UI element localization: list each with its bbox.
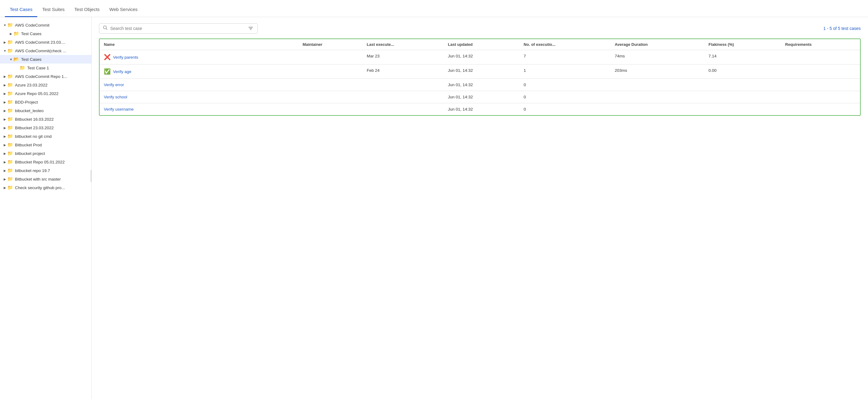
cell-flakiness-1: 0.00 [704, 64, 781, 79]
sidebar-item-test-cases-main[interactable]: 📂Test Cases [0, 55, 91, 64]
cell-no_of_executions-1: 1 [520, 64, 611, 79]
sidebar-label-test-cases-main: Test Cases [21, 57, 41, 62]
sidebar-item-aws-codecommit-2303[interactable]: 📁AWS CodeCommit 23.03.... [0, 38, 91, 47]
tab-test-objects[interactable]: Test Objects [70, 7, 105, 17]
folder-icon-aws-test-cases: 📁 [13, 31, 19, 36]
folder-icon-bibucket-leoleo: 📁 [7, 108, 13, 113]
folder-icon-bitbucket-project: 📁 [7, 151, 13, 156]
search-input-wrap [99, 23, 258, 34]
table-header: NameMaintainerLast execute...Last update… [99, 39, 860, 50]
status-fail-icon: ❌ [104, 54, 111, 61]
sidebar-label-aws-codecommit-repo1: AWS CodeCommit Repo 1... [15, 74, 67, 79]
cell-maintainer-2 [299, 79, 363, 91]
cell-name-1: ✅Verify age [99, 64, 299, 79]
sidebar-item-bitbucket-repo-197[interactable]: 📁bitbucket repo 19.7 [0, 166, 91, 175]
cell-flakiness-2 [704, 79, 781, 91]
sidebar-label-bitbucket-no-git: bitbucket no git cmd [15, 134, 52, 139]
content-area: 1 - 5 of 5 test cases NameMaintainerLast… [92, 17, 868, 399]
cell-last_updated-2: Jun 01, 14:32 [443, 79, 519, 91]
sidebar-item-check-security-github[interactable]: 📁Check security github pro... [0, 183, 91, 192]
sidebar-item-bitbucket-src-master[interactable]: 📁Bitbucket with src master [0, 175, 91, 183]
top-nav: Test CasesTest SuitesTest ObjectsWeb Ser… [0, 0, 868, 17]
test-case-link-0[interactable]: Verify parents [113, 55, 138, 60]
folder-icon-aws-codecommit: 📁 [7, 22, 13, 28]
cell-average_duration-1: 203ms [611, 64, 704, 79]
folder-icon-test-cases-main: 📂 [13, 57, 19, 62]
cell-no_of_executions-3: 0 [520, 91, 611, 103]
tree-arrow-aws-codecommit-check [2, 49, 7, 53]
folder-icon-bitbucket-repo-197: 📁 [7, 168, 13, 173]
test-cases-table-container: NameMaintainerLast execute...Last update… [99, 38, 861, 116]
tab-test-suites[interactable]: Test Suites [37, 7, 69, 17]
search-input[interactable] [110, 26, 244, 31]
cell-no_of_executions-0: 7 [520, 50, 611, 64]
sidebar-item-bitbucket-repo-0501[interactable]: 📁Bitbucket Repo 05.01.2022 [0, 158, 91, 166]
cell-last_updated-3: Jun 01, 14:32 [443, 91, 519, 103]
tree-arrow-check-security-github [2, 186, 7, 189]
cell-average_duration-2 [611, 79, 704, 91]
sidebar-label-azure-2303: Azure 23.03.2022 [15, 83, 48, 87]
col-header-name: Name [99, 39, 299, 50]
sidebar-item-aws-codecommit-repo1[interactable]: 📁AWS CodeCommit Repo 1... [0, 72, 91, 81]
sidebar-label-bitbucket-prod: Bitbucket Prod [15, 143, 42, 147]
folder-icon-bitbucket-no-git: 📁 [7, 133, 13, 139]
sidebar-item-bitbucket-no-git[interactable]: 📁bitbucket no git cmd [0, 132, 91, 141]
sidebar-item-aws-codecommit[interactable]: 📁AWS CodeCommit [0, 21, 91, 29]
folder-icon-azure-2303: 📁 [7, 82, 13, 88]
col-header-requirements: Requirements [781, 39, 860, 50]
folder-icon-aws-codecommit-check: 📁 [7, 48, 13, 54]
tree-arrow-bitbucket-1603 [2, 118, 7, 121]
table-row: Verify errorJun 01, 14:320 [99, 79, 860, 91]
cell-flakiness-4 [704, 103, 781, 116]
svg-line-1 [106, 29, 107, 30]
tab-web-services[interactable]: Web Services [104, 7, 142, 17]
sidebar-label-aws-codecommit-2303: AWS CodeCommit 23.03.... [15, 40, 65, 44]
main-layout: 📁AWS CodeCommit📁Test Cases📁AWS CodeCommi… [0, 17, 868, 399]
test-case-link-2[interactable]: Verify error [104, 83, 124, 87]
sidebar-item-bitbucket-prod[interactable]: 📁Bitbucket Prod [0, 141, 91, 149]
sidebar-item-azure-2303[interactable]: 📁Azure 23.03.2022 [0, 81, 91, 89]
folder-icon-azure-repo-0501: 📁 [7, 91, 13, 96]
cell-name-0: ❌Verify parents [99, 50, 299, 64]
folder-icon-aws-codecommit-repo1: 📁 [7, 73, 13, 79]
sidebar-item-test-case-1[interactable]: 📁Test Case 1 [0, 64, 91, 72]
tree-arrow-bitbucket-no-git [2, 135, 7, 138]
sidebar-item-aws-codecommit-check[interactable]: 📁AWS CodeCommit(check ... [0, 47, 91, 55]
cell-requirements-4 [781, 103, 860, 116]
tree-arrow-aws-codecommit [2, 24, 7, 27]
test-case-link-1[interactable]: Verify age [113, 69, 131, 74]
tab-test-cases[interactable]: Test Cases [5, 7, 37, 17]
sidebar-resizer[interactable] [90, 17, 91, 399]
folder-icon-bitbucket-repo-0501: 📁 [7, 159, 13, 165]
table-row: ✅Verify ageFeb 24Jun 01, 14:321203ms0.00 [99, 64, 860, 79]
folder-icon-check-security-github: 📁 [7, 185, 13, 190]
table-row: Verify schoolJun 01, 14:320 [99, 91, 860, 103]
cell-flakiness-0: 7.14 [704, 50, 781, 64]
sidebar-item-bibucket-leoleo[interactable]: 📁bibucket_leoleo [0, 106, 91, 115]
tree-arrow-test-cases-main [8, 58, 13, 61]
test-cases-table: NameMaintainerLast execute...Last update… [99, 39, 860, 115]
cell-requirements-1 [781, 64, 860, 79]
col-header-average_duration: Average Duration [611, 39, 704, 50]
cell-last_updated-4: Jun 01, 14:32 [443, 103, 519, 116]
tree-arrow-bitbucket-project [2, 152, 7, 155]
cell-flakiness-3 [704, 91, 781, 103]
sidebar-item-azure-repo-0501[interactable]: 📁Azure Repo 05.01.2022 [0, 89, 91, 98]
cell-name-4: Verify username [99, 103, 299, 116]
cell-requirements-3 [781, 91, 860, 103]
tree-arrow-bibucket-leoleo [2, 109, 7, 113]
sidebar-item-bitbucket-1603[interactable]: 📁Bitbucket 16.03.2022 [0, 115, 91, 123]
sidebar-label-bitbucket-src-master: Bitbucket with src master [15, 177, 61, 182]
sidebar-item-bdd-project[interactable]: 📁BDD-Project [0, 98, 91, 106]
folder-icon-bitbucket-prod: 📁 [7, 142, 13, 148]
folder-icon-bitbucket-1603: 📁 [7, 116, 13, 122]
test-case-link-3[interactable]: Verify school [104, 95, 127, 99]
sidebar-item-aws-test-cases[interactable]: 📁Test Cases [0, 29, 91, 38]
sidebar-item-bitbucket-2303[interactable]: 📁Bitbucket 23.03.2022 [0, 123, 91, 132]
filter-icon[interactable] [248, 25, 254, 31]
sidebar-label-bitbucket-repo-0501: Bitbucket Repo 05.01.2022 [15, 160, 65, 164]
col-header-last_updated: Last updated [443, 39, 519, 50]
sidebar-item-bitbucket-project[interactable]: 📁bitbucket project [0, 149, 91, 158]
folder-icon-bitbucket-src-master: 📁 [7, 176, 13, 182]
test-case-link-4[interactable]: Verify username [104, 107, 134, 112]
